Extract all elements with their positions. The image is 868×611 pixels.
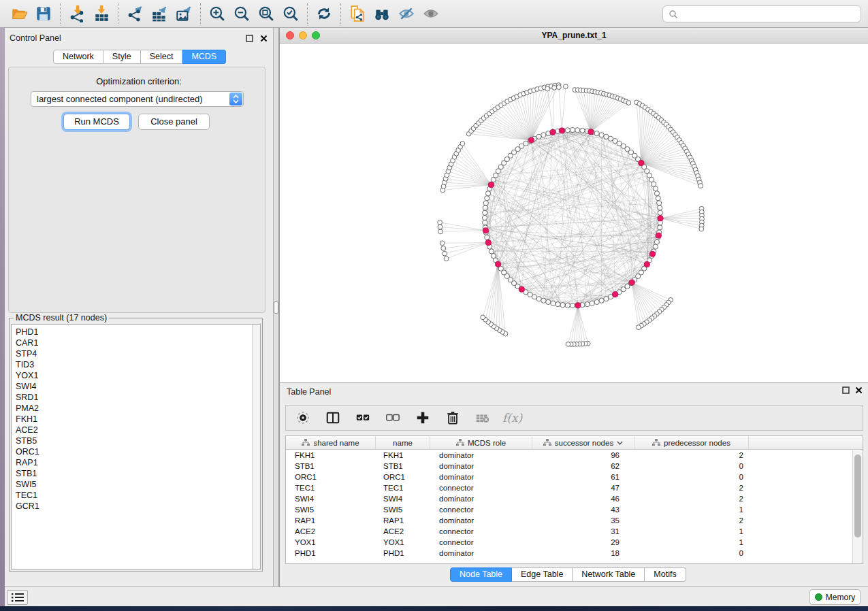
split-divider[interactable] <box>273 28 279 587</box>
table-row[interactable]: SWI5 SWI5 connector 43 1 <box>286 504 863 515</box>
tab-motifs[interactable]: Motifs <box>645 567 686 582</box>
float-table-panel-icon[interactable] <box>842 386 850 394</box>
mcds-result-item[interactable]: GCR1 <box>16 501 260 512</box>
save-icon <box>35 5 52 22</box>
import-network-button[interactable] <box>65 2 89 25</box>
delete-table-button[interactable] <box>472 408 493 428</box>
hide-visibility-button[interactable] <box>394 2 419 25</box>
column-header-predecessor-nodes[interactable]: predecessor nodes <box>634 436 749 449</box>
select-all-button[interactable] <box>353 408 373 428</box>
network-window-titlebar[interactable]: YPA_prune.txt_1 <box>280 28 868 44</box>
table-row[interactable]: YOX1 YOX1 connector 29 1 <box>286 537 863 548</box>
task-list-icon <box>11 593 25 602</box>
mcds-result-item[interactable]: FKH1 <box>16 414 260 425</box>
tab-style[interactable]: Style <box>103 50 141 64</box>
tab-edge-table[interactable]: Edge Table <box>512 567 573 582</box>
table-scrollbar[interactable] <box>852 450 863 563</box>
column-header-name[interactable]: name <box>376 436 430 449</box>
main-toolbar <box>0 0 868 28</box>
status-bar: Memory <box>5 587 868 606</box>
table-row[interactable]: ACE2 ACE2 connector 31 1 <box>286 526 863 537</box>
columns-icon <box>325 410 340 425</box>
search-input[interactable] <box>678 7 861 21</box>
mcds-result-item[interactable]: CAR1 <box>16 337 260 348</box>
mcds-result-item[interactable]: STB1 <box>16 468 260 479</box>
plus-icon <box>415 410 430 425</box>
import-table-button[interactable] <box>89 2 114 25</box>
mcds-list-scrollbar[interactable] <box>252 325 260 569</box>
column-header-successor-nodes[interactable]: successor nodes <box>532 436 634 449</box>
close-panel-icon[interactable] <box>260 35 268 42</box>
table-row[interactable]: STB1 STB1 dominator 62 0 <box>286 461 863 472</box>
table-row[interactable]: ORC1 ORC1 dominator 61 0 <box>286 472 863 482</box>
table-settings-button[interactable] <box>293 408 313 428</box>
close-panel-button[interactable]: Close panel <box>138 114 210 130</box>
table-row[interactable]: RAP1 RAP1 dominator 35 2 <box>286 515 863 526</box>
shared-column-icon <box>302 439 310 446</box>
delete-column-button[interactable] <box>443 408 463 428</box>
mcds-result-list[interactable]: PHD1CAR1STP4TID3YOX1SWI4SRD1PMA2FKH1ACE2… <box>11 324 261 569</box>
float-panel-icon[interactable] <box>246 35 253 42</box>
mcds-result-item[interactable]: YOX1 <box>16 370 260 381</box>
save-session-button[interactable] <box>31 2 56 25</box>
network-graph[interactable] <box>280 44 868 382</box>
table-row[interactable]: SWI4 SWI4 dominator 46 2 <box>286 493 863 504</box>
tab-network-table[interactable]: Network Table <box>573 567 645 582</box>
mcds-result-item[interactable]: ACE2 <box>16 425 260 435</box>
show-visibility-button[interactable] <box>419 2 443 25</box>
mcds-result-item[interactable]: STB5 <box>16 435 260 446</box>
table-row[interactable]: FKH1 FKH1 dominator 96 2 <box>286 450 863 461</box>
table-row[interactable]: PHD1 PHD1 dominator 18 0 <box>286 548 863 559</box>
column-header-mcds-role[interactable]: MCDS role <box>430 436 532 449</box>
mcds-result-item[interactable]: STP4 <box>16 348 260 359</box>
column-header-shared-name[interactable]: shared name <box>286 436 376 449</box>
search-box[interactable] <box>662 5 861 22</box>
export-network-button[interactable] <box>123 2 147 25</box>
divider-handle-icon[interactable] <box>274 301 278 314</box>
column-layout-button[interactable] <box>323 408 343 428</box>
network-canvas[interactable] <box>280 44 868 382</box>
zoom-out-button[interactable] <box>229 2 254 25</box>
toolbar-separator <box>200 3 201 24</box>
table-row[interactable]: TEC1 TEC1 connector 47 2 <box>286 482 863 493</box>
open-file-button[interactable] <box>7 2 31 25</box>
export-table-button[interactable] <box>147 2 172 25</box>
run-mcds-button[interactable]: Run MCDS <box>63 114 130 130</box>
deselect-all-button[interactable] <box>383 408 403 428</box>
find-button[interactable] <box>370 2 394 25</box>
desktop-wallpaper-bottom <box>0 606 868 611</box>
tab-mcds[interactable]: MCDS <box>182 50 226 64</box>
tab-node-table[interactable]: Node Table <box>450 567 512 582</box>
memory-button[interactable]: Memory <box>809 589 861 605</box>
mcds-result-item[interactable]: TEC1 <box>16 490 260 501</box>
mcds-result-item[interactable]: TID3 <box>16 359 260 370</box>
refresh-button[interactable] <box>312 2 336 25</box>
mcds-result-item[interactable]: PHD1 <box>16 327 260 337</box>
zoom-out-icon <box>233 5 251 22</box>
criterion-dropdown[interactable]: largest connected component (undirected) <box>31 91 244 107</box>
add-column-button[interactable] <box>413 408 433 428</box>
mcds-result-item[interactable]: ORC1 <box>16 446 260 457</box>
mcds-result-item[interactable]: PMA2 <box>16 403 260 414</box>
mcds-result-item[interactable]: RAP1 <box>16 457 260 468</box>
network-window-title: YPA_prune.txt_1 <box>280 31 868 40</box>
mcds-result-item[interactable]: SWI4 <box>16 381 260 392</box>
node-table[interactable]: shared name name MCDS role successor nod… <box>285 435 863 564</box>
zoom-in-button[interactable] <box>205 2 229 25</box>
table-scrollbar-thumb[interactable] <box>854 455 861 538</box>
share-document-button[interactable] <box>345 2 370 25</box>
close-table-panel-icon[interactable] <box>855 386 863 394</box>
mcds-result-item[interactable]: SRD1 <box>16 392 260 403</box>
table-toolbar: f(x) <box>285 405 863 431</box>
zoom-fit-button[interactable] <box>254 2 278 25</box>
zoom-selected-button[interactable] <box>278 2 303 25</box>
function-builder-button[interactable]: f(x) <box>502 411 522 425</box>
tab-network[interactable]: Network <box>53 50 103 64</box>
task-history-button[interactable] <box>7 590 28 605</box>
tab-select[interactable]: Select <box>141 50 183 64</box>
shared-column-icon <box>652 439 660 446</box>
mcds-result-item[interactable]: SWI5 <box>16 479 260 490</box>
delete-table-icon <box>475 410 490 425</box>
export-image-button[interactable] <box>172 2 196 25</box>
mcds-result-title: MCDS result (17 nodes) <box>14 313 109 323</box>
